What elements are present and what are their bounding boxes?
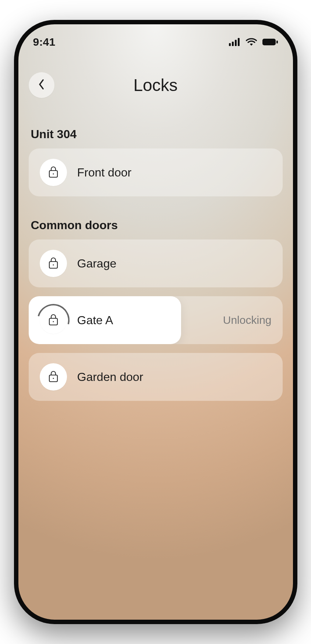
svg-point-7 [53,173,54,174]
svg-rect-4 [262,39,276,45]
svg-rect-2 [235,40,237,46]
lock-icon [48,165,59,179]
section-unit: Unit 304 Front door [29,127,283,196]
page-title: Locks [133,75,177,95]
back-button[interactable] [29,72,54,98]
header: Locks [18,70,293,100]
cellular-icon [229,38,241,46]
lock-icon [48,313,59,327]
lock-icon-circle [40,250,67,277]
lock-label: Garden door [77,370,144,384]
svg-rect-1 [232,42,234,46]
wifi-icon [246,38,257,46]
battery-icon [262,38,278,46]
status-bar: 9:41 [18,24,293,50]
lock-label: Front door [77,166,132,179]
lock-icon [48,370,59,384]
lock-card[interactable]: Front door [29,148,283,196]
lock-icon-circle [40,307,67,334]
section-title: Common doors [29,218,283,232]
phone-frame: 9:41 [14,20,297,624]
section-title: Unit 304 [29,127,283,141]
lock-status: Unlocking [223,314,272,326]
svg-rect-10 [49,318,57,325]
lock-icon-circle [40,159,67,186]
svg-rect-5 [276,41,278,43]
lock-icon [48,256,59,270]
status-icons [229,38,278,46]
svg-point-11 [53,321,54,322]
svg-point-9 [53,264,54,265]
lock-card[interactable]: Garage [29,239,283,287]
svg-rect-0 [229,43,231,46]
lock-card[interactable]: Gate A Unlocking [29,296,283,344]
svg-point-13 [53,378,54,379]
lock-label: Garage [77,257,117,270]
lock-label: Gate A [77,314,113,327]
chevron-left-icon [38,78,45,92]
lock-icon-circle [40,363,67,391]
lock-card[interactable]: Garden door [29,353,283,401]
section-common: Common doors Garage [29,218,283,401]
content: Unit 304 Front door [18,127,293,401]
svg-rect-3 [238,38,240,46]
status-time: 9:41 [33,36,56,48]
